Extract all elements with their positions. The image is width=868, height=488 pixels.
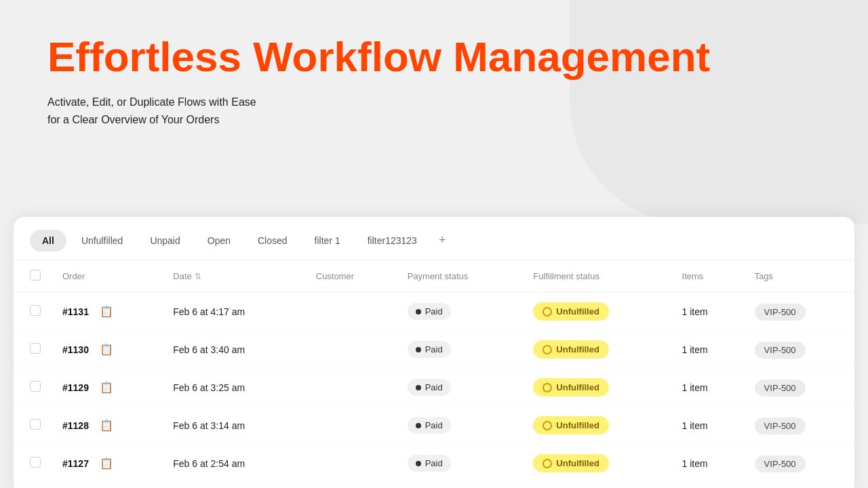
order-copy-icon[interactable]: 📋 [100,419,113,432]
hero-title: Effortless Workflow Management [47,34,821,80]
row-fulfillment-cell: Unfulfilled [522,445,671,483]
sort-icon: ⇅ [195,272,201,281]
order-copy-icon[interactable]: 📋 [100,305,113,318]
row-customer-cell [305,293,397,331]
row-checkbox[interactable] [30,343,41,354]
fulfillment-badge: Unfulfilled [533,378,609,396]
table-row[interactable]: #1129 📋 Feb 6 at 3:25 am Paid Unfulfille… [14,369,854,407]
order-number[interactable]: #1131 [62,306,89,317]
payment-badge: Paid [408,417,451,434]
fulfillment-label: Unfulfilled [556,458,599,468]
row-payment-cell: Paid [397,369,523,407]
row-fulfillment-cell: Unfulfilled [522,293,671,331]
order-copy-icon[interactable]: 📋 [100,457,113,470]
table-row[interactable]: #1128 📋 Feb 6 at 3:14 am Paid Unfulfille… [14,407,854,445]
col-date[interactable]: Date ⇅ [162,260,304,293]
row-fulfillment-cell: Unfulfilled [522,407,671,445]
order-copy-icon[interactable]: 📋 [100,381,113,394]
row-checkbox[interactable] [30,381,41,392]
row-checkbox-cell [14,407,52,445]
table-row[interactable]: #1131 📋 Feb 6 at 4:17 am Paid Unfulfille… [14,293,854,331]
hero-section: Effortless Workflow Management Activate,… [0,0,868,224]
order-number[interactable]: #1127 [62,458,89,469]
col-checkbox [14,260,52,293]
tab-unfulfilled[interactable]: Unfulfilled [69,230,135,251]
row-date-cell: Feb 6 at 3:25 am [162,369,304,407]
orders-table: Order Date ⇅ Customer Payment status Ful… [14,260,854,483]
row-payment-cell: Paid [397,293,523,331]
payment-dot [416,347,421,352]
payment-label: Paid [425,344,443,354]
row-payment-cell: Paid [397,331,523,369]
fulfillment-label: Unfulfilled [556,382,599,392]
order-number[interactable]: #1130 [62,344,89,355]
payment-badge: Paid [408,455,451,472]
col-payment-status: Payment status [397,260,523,293]
tab-filter123123[interactable]: filter123123 [355,230,429,251]
fulfillment-badge: Unfulfilled [533,416,609,434]
fulfillment-label: Unfulfilled [556,344,599,354]
tab-filter1[interactable]: filter 1 [302,230,353,251]
row-items-cell: 1 item [671,407,744,445]
select-all-checkbox[interactable] [30,270,41,281]
tag-badge[interactable]: VIP-500 [755,380,806,396]
order-number[interactable]: #1128 [62,420,89,431]
row-order-cell: #1129 📋 [52,369,162,407]
row-items-cell: 1 item [671,331,744,369]
tag-badge[interactable]: VIP-500 [755,455,806,472]
col-fulfillment-status: Fulfillment status [522,260,671,293]
tab-closed[interactable]: Closed [245,230,300,251]
col-tags: Tags [744,260,854,293]
col-items: Items [671,260,744,293]
row-checkbox[interactable] [30,457,41,468]
row-date-cell: Feb 6 at 3:14 am [162,407,304,445]
row-customer-cell [305,331,397,369]
payment-label: Paid [425,382,443,392]
row-customer-cell [305,407,397,445]
row-tags-cell: VIP-500 [744,445,854,483]
row-order-cell: #1131 📋 [52,293,162,331]
payment-dot [416,461,421,466]
payment-dot [416,423,421,428]
col-order: Order [52,260,162,293]
row-fulfillment-cell: Unfulfilled [522,369,671,407]
row-checkbox[interactable] [30,305,41,316]
tag-badge[interactable]: VIP-500 [755,418,806,434]
hero-subtitle: Activate, Edit, or Duplicate Flows with … [47,94,821,128]
payment-badge: Paid [408,341,451,358]
table-row[interactable]: #1127 📋 Feb 6 at 2:54 am Paid Unfulfille… [14,445,854,483]
fulfillment-circle [542,345,552,354]
row-items-cell: 1 item [671,445,744,483]
row-checkbox-cell [14,331,52,369]
row-fulfillment-cell: Unfulfilled [522,331,671,369]
main-panel: All Unfulfilled Unpaid Open Closed filte… [14,217,854,488]
row-order-cell: #1130 📋 [52,331,162,369]
payment-dot [416,309,421,314]
fulfillment-circle [542,459,552,468]
row-date-cell: Feb 6 at 3:40 am [162,331,304,369]
fulfillment-badge: Unfulfilled [533,340,609,359]
fulfillment-label: Unfulfilled [556,420,599,430]
row-payment-cell: Paid [397,445,523,483]
tab-all[interactable]: All [30,230,66,251]
tag-badge[interactable]: VIP-500 [755,304,806,321]
table-row[interactable]: #1130 📋 Feb 6 at 3:40 am Paid Unfulfille… [14,331,854,369]
tabs-bar: All Unfulfilled Unpaid Open Closed filte… [14,217,854,260]
row-tags-cell: VIP-500 [744,407,854,445]
tag-badge[interactable]: VIP-500 [755,342,806,359]
order-number[interactable]: #1129 [62,382,89,393]
order-copy-icon[interactable]: 📋 [100,343,113,356]
row-checkbox[interactable] [30,419,41,430]
payment-dot [416,385,421,390]
row-items-cell: 1 item [671,369,744,407]
row-order-cell: #1128 📋 [52,407,162,445]
row-order-cell: #1127 📋 [52,445,162,483]
fulfillment-badge: Unfulfilled [533,302,609,321]
add-tab-button[interactable]: + [432,229,453,251]
row-tags-cell: VIP-500 [744,331,854,369]
payment-label: Paid [425,306,443,317]
tab-open[interactable]: Open [195,230,243,251]
tab-unpaid[interactable]: Unpaid [138,230,192,251]
row-payment-cell: Paid [397,407,523,445]
row-customer-cell [305,369,397,407]
